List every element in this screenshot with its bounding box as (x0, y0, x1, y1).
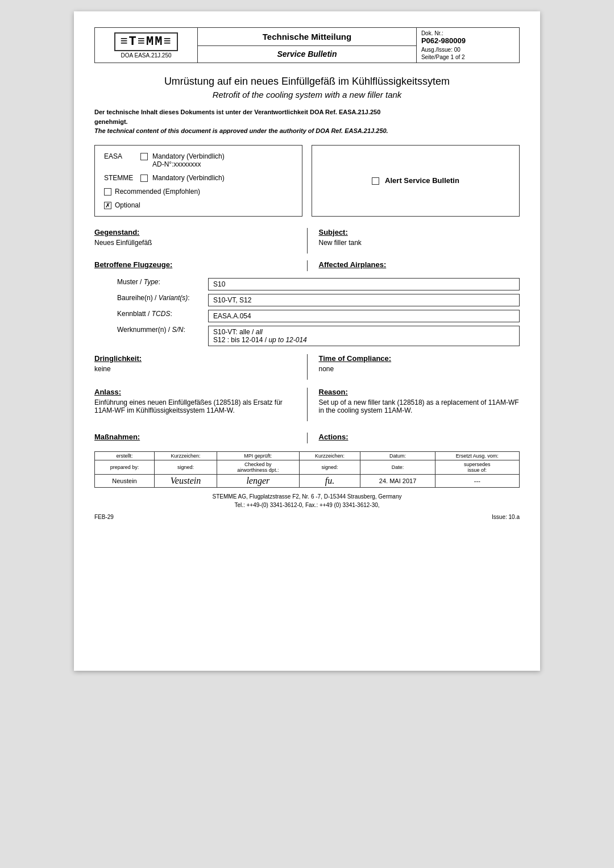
reason-right: Reason: Set up of a new filler tank (128… (308, 388, 520, 421)
footer-header-ersetzt: Ersetzt Ausg. vom: (435, 451, 519, 460)
optional-label: Optional (115, 201, 140, 209)
easa-mandatory: Mandatory (Verbindlich) (152, 152, 225, 160)
title-main: Technische Mitteilung (202, 32, 412, 41)
doc-nr: P062-980009 (421, 36, 515, 45)
stemme-row: STEMME Mandatory (Verbindlich) (104, 174, 293, 182)
page-line: Seite/Page 1 of 2 (421, 54, 515, 60)
page-value: 1 of 2 (451, 54, 465, 60)
compliance-section: Dringlichkeit: keine Time of Compliance:… (94, 354, 520, 380)
page-label: Seite/Page (421, 54, 449, 60)
airplane-row-tcds: Kennblatt / TCDS: EASA.A.054 (94, 310, 520, 322)
reason-text: Set up of a new filler tank (128518) as … (319, 398, 520, 414)
alert-checkbox[interactable] (372, 177, 379, 185)
dringlichkeit-heading: Dringlichkeit: (94, 354, 296, 363)
massnahmen-left: Maßnahmen: (94, 433, 308, 443)
easa-label: EASA (104, 152, 136, 160)
subject-de-heading: Gegenstand: (94, 228, 296, 236)
footer-val-neustein: Neustein (95, 474, 155, 487)
recommended-label: Recommended (Empfohlen) (115, 188, 200, 196)
sn-value: S10-VT: alle / all S12 : bis 12-014 / up… (208, 326, 520, 346)
airplane-row-type: Muster / Type: S10 (94, 278, 520, 290)
footer-address1: STEMME AG, Flugplatzstrasse F2, Nr. 6 -7… (94, 492, 520, 501)
page-footer-left: FEB-29 (94, 514, 114, 520)
doc-cell: Dok. Nr.: P062-980009 Ausg./Issue: 00 Se… (416, 28, 519, 63)
easa-checkbox[interactable] (140, 153, 148, 160)
footer-val-sig1: Veustein (155, 474, 217, 487)
logo: ≡T≡MM≡ (114, 32, 177, 51)
airplane-row-variant: Baureihe(n) / Variant(s): S10-VT, S12 (94, 294, 520, 306)
airplane-row-sn: Werknummer(n) / S/N: S10-VT: alle / all … (94, 326, 520, 346)
affected-de-heading: Betroffene Flugzeuge: (94, 260, 296, 269)
classification-row: EASA Mandatory (Verbindlich) AD-N°:xxxxx… (94, 145, 520, 217)
stemme-label: STEMME (104, 174, 136, 182)
recommended-checkbox[interactable] (104, 188, 111, 196)
footer-header-datum: Datum: (360, 451, 435, 460)
authority-de-line2: genehmigt. (94, 117, 520, 127)
footer-header-kz1: Kurzzeichen: (155, 451, 217, 460)
alert-bulletin: Alert Service Bulletin (372, 176, 459, 185)
dringlichkeit-left: Dringlichkeit: keine (94, 354, 308, 380)
class-right: Alert Service Bulletin (312, 145, 520, 217)
anlass-left: Anlass: Einführung eines neuen Einfüllge… (94, 388, 308, 421)
subject-de-text: Neues Einfüllgefäß (94, 239, 296, 247)
subtitle-en: Retrofit of the cooling system with a ne… (94, 90, 520, 99)
affected-en-heading: Affected Airplanes: (319, 260, 520, 269)
affected-de-heading-col: Betroffene Flugzeuge: (94, 260, 308, 271)
compliance-heading: Time of Compliance: (319, 354, 520, 363)
subject-en-heading: Subject: (319, 228, 520, 236)
doc-nr-label: Dok. Nr.: (421, 30, 515, 36)
optional-checkbox[interactable] (104, 202, 111, 209)
footer-table: erstellt: Kurzzeichen: MPI geprüft: Kurz… (94, 451, 520, 488)
optional-row: Optional (104, 201, 293, 209)
footer-sub-signed1: signed: (155, 460, 217, 474)
subject-section: Gegenstand: Neues Einfüllgefäß Subject: … (94, 228, 520, 254)
footer-header-erstellt: erstellt: (95, 451, 155, 460)
easa-row: EASA Mandatory (Verbindlich) AD-N°:xxxxx… (104, 152, 293, 168)
variant-label: Baureihe(n) / Variant(s): (94, 294, 208, 302)
footer-val-sig3: fu. (299, 474, 360, 487)
header-table: ≡T≡MM≡ DOA EASA.21J.250 Technische Mitte… (94, 27, 520, 63)
tcds-value: EASA.A.054 (208, 310, 520, 322)
title-sub-cell: Service Bulletin (198, 45, 417, 63)
footer-val-sig2: lenger (217, 474, 300, 487)
alert-label: Alert Service Bulletin (385, 176, 459, 185)
footer-address2: Tel.: ++49-(0) 3341-3612-0, Fax.: ++49 (… (94, 501, 520, 509)
subject-en-text: New filler tank (319, 239, 520, 247)
authority-en: The technical content of this document i… (94, 126, 520, 136)
issue-label: Ausg./Issue: (421, 47, 453, 53)
tcds-label: Kennblatt / TCDS: (94, 310, 208, 318)
class-left: EASA Mandatory (Verbindlich) AD-N°:xxxxx… (94, 145, 302, 217)
footer-sub-prepared: prepared by: (95, 460, 155, 474)
title-sub: Service Bulletin (202, 49, 412, 59)
stemme-mandatory: Mandatory (Verbindlich) (152, 174, 225, 182)
issue-value: 00 (454, 47, 460, 53)
affected-heading-row: Betroffene Flugzeuge: Affected Airplanes… (94, 260, 520, 271)
sn-label: Werknummer(n) / S/N: (94, 326, 208, 334)
variant-value: S10-VT, S12 (208, 294, 520, 306)
actions-heading: Actions: (319, 433, 520, 441)
subtitle-block: Umrüstung auf ein neues Einfüllgefäß im … (94, 76, 520, 99)
footer-sub-date: Date: (360, 460, 435, 474)
footer-val-date: 24. MAI 2017 (360, 474, 435, 487)
footer-val-supersedes: --- (435, 474, 519, 487)
actions-right: Actions: (308, 433, 520, 443)
massnahmen-heading: Maßnahmen: (94, 433, 296, 441)
stemme-checkbox[interactable] (140, 175, 148, 182)
subject-left: Gegenstand: Neues Einfüllgefäß (94, 228, 308, 254)
logo-sub: DOA EASA.21J.250 (99, 52, 193, 59)
authority-de-line1: Der technische Inhalt dieses Dokuments i… (94, 107, 520, 117)
issue-line: Ausg./Issue: 00 (421, 47, 515, 53)
subject-right: Subject: New filler tank (308, 228, 520, 254)
affected-en-heading-col: Affected Airplanes: (308, 260, 520, 271)
footer-sub-signed2: signed: (299, 460, 360, 474)
easa-inner: Mandatory (Verbindlich) AD-N°:xxxxxxxx (152, 152, 225, 168)
compliance-text: none (319, 365, 520, 373)
anlass-text: Einführung eines neuen Einfüllgefäßes (1… (94, 398, 296, 414)
compliance-right: Time of Compliance: none (308, 354, 520, 380)
anlass-heading: Anlass: (94, 388, 296, 396)
type-label: Muster / Type: (94, 278, 208, 286)
page: ≡T≡MM≡ DOA EASA.21J.250 Technische Mitte… (74, 11, 540, 671)
authority-note: Der technische Inhalt dieses Dokuments i… (94, 107, 520, 136)
type-value: S10 (208, 278, 520, 290)
subtitle-de: Umrüstung auf ein neues Einfüllgefäß im … (94, 76, 520, 88)
